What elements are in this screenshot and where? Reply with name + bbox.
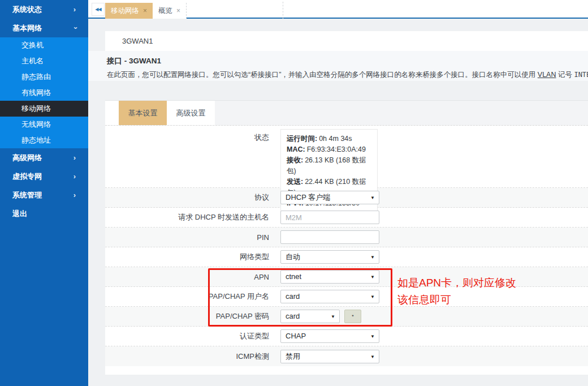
sidebar: 系统状态 › 基本网络 › 交换机 主机名 静态路由 有线网络 移动网络 无线网…: [0, 0, 88, 386]
sidebar-item-switch[interactable]: 交换机: [0, 37, 88, 53]
apn-select[interactable]: ctnet ▼: [280, 270, 379, 284]
main-area: ◀◀ 移动网络 × 概览 × 3GWAN1 接口 - 3GWAN1 在此页面，您…: [88, 0, 588, 386]
interface-description-block: 接口 - 3GWAN1 在此页面，您可以配置网络接口。您可以勾选“桥接接口”，并…: [88, 51, 588, 81]
settings-tabstrip: 基本设置 高级设置: [105, 100, 588, 126]
chevron-right-icon: ›: [74, 167, 76, 186]
select-value: 禁用: [286, 352, 300, 361]
status-line: 运行时间:0h 4m 34s: [287, 134, 371, 144]
tab-advanced-settings[interactable]: 高级设置: [167, 101, 215, 125]
settings-card: 基本设置 高级设置 状态 运行时间:0h 4m 34s MAC:F6:93:34…: [105, 100, 588, 375]
interface-code-text: INTERFACE.: [574, 71, 588, 79]
chevron-down-icon: ▼: [370, 271, 375, 284]
auth-type-select[interactable]: CHAP ▼: [280, 329, 379, 343]
tab-label: 概览: [158, 6, 172, 16]
chevron-down-icon: ▼: [370, 350, 375, 363]
page-description: 在此页面，您可以配置网络接口。您可以勾选“桥接接口”，并输入由空格分隔的多个网络…: [107, 70, 588, 80]
sidebar-item-mobile-network[interactable]: 移动网络: [0, 101, 88, 117]
field-label: 认证类型: [105, 331, 275, 341]
description-text: 记号: [556, 71, 574, 79]
vlan-link[interactable]: VLAN: [538, 71, 556, 79]
select-value: card: [286, 292, 300, 301]
chevron-down-icon: ▼: [370, 251, 375, 264]
document-tabbar: ◀◀ 移动网络 × 概览 ×: [88, 0, 588, 19]
pin-input[interactable]: [280, 230, 379, 244]
status-row: 状态 运行时间:0h 4m 34s MAC:F6:93:34:E3:0A:49 …: [105, 126, 588, 188]
select-value: 自动: [286, 252, 300, 261]
select-value: ctnet: [286, 272, 301, 281]
field-label: PAP/CHAP 密码: [105, 311, 275, 321]
sidebar-item-vpn[interactable]: 虚拟专网 ›: [0, 167, 88, 186]
reveal-password-button[interactable]: *: [344, 310, 361, 323]
select-value: DHCP 客户端: [286, 193, 330, 201]
network-type-select[interactable]: 自动 ▼: [280, 250, 379, 264]
tabbar-divider: [283, 2, 283, 19]
tab-overview[interactable]: 概览 ×: [153, 3, 187, 19]
sidebar-item-basic-network[interactable]: 基本网络 ›: [0, 19, 88, 37]
sidebar-item-label: 系统状态: [12, 5, 42, 14]
dhcp-hostname-input[interactable]: [280, 211, 379, 224]
chevron-right-icon: ›: [74, 0, 76, 19]
page-title: 接口 - 3GWAN1: [107, 56, 588, 66]
network-type-row: 网络类型 自动 ▼: [105, 247, 588, 267]
pap-chap-password-row: PAP/CHAP 密码 card ▼ *: [105, 307, 588, 327]
apn-row: APN ctnet ▼: [105, 267, 588, 287]
sidebar-item-static-routes[interactable]: 静态路由: [0, 69, 88, 85]
sidebar-item-advanced-network[interactable]: 高级网络 ›: [0, 148, 88, 167]
chevron-down-icon: ›: [66, 27, 85, 29]
select-value: card: [286, 312, 300, 320]
field-label: ICMP检测: [105, 351, 275, 362]
collapse-tabs-button[interactable]: ◀◀: [92, 3, 105, 16]
status-line: 接收:26.13 KB (168 数据包): [287, 155, 371, 177]
chevron-right-icon: ›: [74, 186, 76, 204]
sidebar-item-system-management[interactable]: 系统管理 ›: [0, 186, 88, 204]
sidebar-item-system-status[interactable]: 系统状态 ›: [0, 0, 88, 19]
field-label: APN: [105, 273, 275, 281]
tabstrip-lead: [105, 101, 119, 125]
sidebar-item-hostname[interactable]: 主机名: [0, 53, 88, 69]
pap-chap-username-select[interactable]: card ▼: [280, 290, 379, 303]
chevron-down-icon: ▼: [370, 191, 375, 204]
section-band-title: 3GWAN1: [122, 37, 153, 45]
field-label: 请求 DHCP 时发送的主机名: [105, 212, 275, 222]
sidebar-item-label: 系统管理: [12, 191, 42, 199]
chevron-right-icon: ›: [74, 148, 76, 167]
protocol-select[interactable]: DHCP 客户端 ▼: [280, 191, 379, 204]
auth-type-row: 认证类型 CHAP ▼: [105, 327, 588, 346]
tab-mobile-network[interactable]: 移动网络 ×: [105, 3, 153, 19]
sidebar-item-label: 虚拟专网: [12, 172, 42, 181]
sidebar-item-wireless-network[interactable]: 无线网络: [0, 117, 88, 132]
pap-chap-password-select[interactable]: card ▼: [280, 310, 340, 323]
field-label: 网络类型: [105, 252, 275, 262]
tab-basic-settings[interactable]: 基本设置: [119, 101, 167, 125]
field-label: 状态: [105, 126, 275, 143]
pin-row: PIN: [105, 228, 588, 247]
content-area: 3GWAN1 接口 - 3GWAN1 在此页面，您可以配置网络接口。您可以勾选“…: [88, 20, 588, 386]
icmp-detect-select[interactable]: 禁用 ▼: [280, 350, 379, 363]
field-label: 协议: [105, 192, 275, 203]
pap-chap-username-row: PAP/CHAP 用户名 card ▼: [105, 287, 588, 307]
chevron-down-icon: ▼: [331, 310, 335, 323]
chevron-down-icon: ▼: [370, 290, 375, 303]
sidebar-item-logout[interactable]: 退出: [0, 204, 88, 223]
field-label: PAP/CHAP 用户名: [105, 291, 275, 302]
sidebar-item-label: 基本网络: [12, 24, 42, 32]
close-icon[interactable]: ×: [143, 7, 147, 15]
collapse-icon: ◀◀: [95, 7, 101, 12]
select-value: CHAP: [286, 332, 306, 340]
chevron-down-icon: ▼: [370, 330, 375, 343]
tab-label: 移动网络: [111, 6, 139, 16]
description-text: 在此页面，您可以配置网络接口。您可以勾选“桥接接口”，并输入由空格分隔的多个网络…: [107, 71, 538, 79]
section-band: 3GWAN1: [105, 31, 588, 51]
asterisk-icon: *: [352, 314, 354, 319]
dhcp-hostname-row: 请求 DHCP 时发送的主机名: [105, 208, 588, 228]
sidebar-item-label: 高级网络: [12, 153, 42, 162]
icmp-detect-row: ICMP检测 禁用 ▼: [105, 346, 588, 366]
sidebar-item-static-address[interactable]: 静态地址: [0, 132, 88, 148]
sidebar-item-wired-network[interactable]: 有线网络: [0, 85, 88, 101]
sidebar-submenu: 交换机 主机名 静态路由 有线网络 移动网络 无线网络 静态地址: [0, 37, 88, 148]
field-label: PIN: [105, 233, 275, 242]
status-line: MAC:F6:93:34:E3:0A:49: [287, 144, 371, 155]
close-icon[interactable]: ×: [176, 7, 180, 15]
